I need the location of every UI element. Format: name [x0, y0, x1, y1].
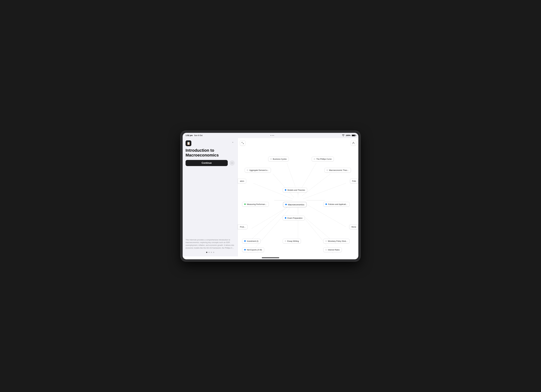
node-label-macroeconomics: Macroeconomics [288, 203, 304, 206]
node-measuring-performance[interactable]: Measuring Performan... [242, 202, 269, 207]
page-dot-1[interactable] [206, 252, 207, 253]
node-dot-monetary-policy [325, 240, 327, 242]
node-net-exports[interactable]: Net Exports (X-M) [242, 247, 264, 252]
status-dot-3 [273, 135, 274, 136]
page-dot-2[interactable] [208, 252, 210, 253]
node-macroeconomics-center[interactable]: Macroeconomics [283, 202, 307, 207]
node-investment[interactable]: Investment (I) [242, 239, 260, 244]
wifi-icon [342, 134, 345, 136]
node-dot-investment [244, 240, 246, 242]
node-label-policies-applications: Policies and Applicati... [328, 203, 347, 205]
svg-line-7 [273, 174, 294, 197]
sidebar-title: Introduction to Macroeconomics [186, 148, 235, 158]
node-dot-interest-rates [325, 249, 327, 251]
status-right: 100% [342, 134, 355, 136]
node-dot-macroeconomic-theo [327, 170, 328, 171]
ipad-frame: 1:52 pm Sun 6 Oct 100% [181, 131, 360, 261]
sidebar-actions: Continue ··· [186, 160, 235, 166]
page-dot-3[interactable] [211, 252, 212, 253]
node-money[interactable]: Mone [349, 225, 358, 229]
mindmap-toolbar [240, 140, 245, 146]
node-label-exam-preparation: Exam Preparation [287, 217, 302, 219]
sidebar-pagination [186, 252, 235, 254]
node-essay-writing[interactable]: Essay Writing [283, 239, 301, 244]
node-label-monetary-policy: Monetary Policy Strat... [328, 240, 347, 242]
node-dot-essay-writing [285, 240, 286, 242]
node-label-investment: Investment (I) [247, 240, 258, 242]
svg-line-14 [250, 205, 292, 253]
node-label-business-cycles: Business Cycles [273, 158, 286, 160]
node-dot-net-exports [244, 249, 246, 251]
node-models-theories[interactable]: Models and Theories [283, 188, 307, 193]
app-icon: 📋 [186, 140, 191, 146]
node-dot-models-theories [285, 189, 286, 191]
node-dot-business-cycles [270, 158, 272, 160]
node-exam-preparation[interactable]: Exam Preparation [283, 216, 305, 220]
node-label-prod: Prod... [240, 226, 245, 228]
continue-button[interactable]: Continue [186, 160, 228, 166]
battery-icon [352, 134, 355, 136]
svg-line-13 [246, 203, 291, 244]
page-dot-4[interactable] [213, 252, 214, 253]
node-label-indicators: ators [240, 180, 244, 182]
battery-percent: 100% [346, 134, 350, 136]
status-dot-1 [270, 135, 271, 136]
node-label-interest-rates: Interest Rates [328, 249, 340, 251]
status-center [270, 135, 274, 136]
sidebar-description: This Internote provides a comprehensive … [186, 236, 235, 249]
node-label-measuring-performance: Measuring Performan... [247, 203, 267, 205]
collapse-button[interactable]: ⌃ [231, 141, 235, 145]
node-monetary-policy[interactable]: Monetary Policy Strat... [323, 239, 349, 244]
node-label-policy: Polic [352, 180, 356, 182]
status-bar: 1:52 pm Sun 6 Oct 100% [183, 133, 358, 138]
node-label-aggregate-demand: Aggregate Demand a... [249, 169, 269, 171]
sidebar: 📋 ⌃ Introduction to Macroeconomics Conti… [183, 138, 238, 256]
node-label-phillips-curve: The Phillips Curve [316, 158, 332, 160]
node-dot-aggregate-demand [247, 170, 248, 171]
node-aggregate-demand[interactable]: Aggregate Demand a... [245, 168, 271, 172]
battery-fill [352, 135, 355, 136]
mindmap-area: Business Cycles The Phillips Curve Aggre… [238, 138, 358, 256]
node-dot-measuring-performance [244, 204, 246, 205]
node-dot-phillips-curve [314, 158, 315, 160]
node-label-money: Mone [351, 226, 356, 228]
node-label-essay-writing: Essay Writing [287, 240, 299, 242]
node-macroeconomic-theo[interactable]: Macroeconomic Theo... [324, 168, 351, 172]
home-bar [183, 256, 358, 259]
main-content: 📋 ⌃ Introduction to Macroeconomics Conti… [183, 138, 358, 256]
node-label-net-exports: Net Exports (X-M) [247, 249, 262, 251]
expand-button[interactable] [240, 140, 245, 146]
node-label-models-theories: Models and Theories [287, 189, 305, 191]
profile-button[interactable] [351, 140, 356, 146]
home-bar-line [262, 257, 279, 258]
node-phillips-curve[interactable]: The Phillips Curve [312, 157, 334, 162]
ipad-screen: 1:52 pm Sun 6 Oct 100% [183, 133, 358, 259]
node-dot-exam-preparation [285, 217, 286, 219]
node-label-macroeconomic-theo: Macroeconomic Theo... [329, 169, 349, 171]
status-time: 1:52 pm [186, 134, 193, 136]
node-interest-rates[interactable]: Interest Rates [323, 247, 342, 252]
node-indicators[interactable]: ators [238, 179, 246, 183]
node-prod[interactable]: Prod... [238, 225, 248, 229]
status-dot-2 [272, 135, 273, 136]
node-business-cycles[interactable]: Business Cycles [268, 157, 289, 162]
svg-line-8 [302, 174, 330, 195]
svg-line-10 [304, 183, 346, 199]
node-dot-policies-applications [325, 204, 327, 205]
node-policies-applications[interactable]: Policies and Applicati... [323, 202, 349, 207]
more-options-button[interactable]: ··· [229, 160, 235, 166]
node-dot-macroeconomics [285, 204, 287, 205]
status-date: Sun 6 Oct [194, 134, 203, 136]
node-policy[interactable]: Polic [350, 179, 358, 183]
